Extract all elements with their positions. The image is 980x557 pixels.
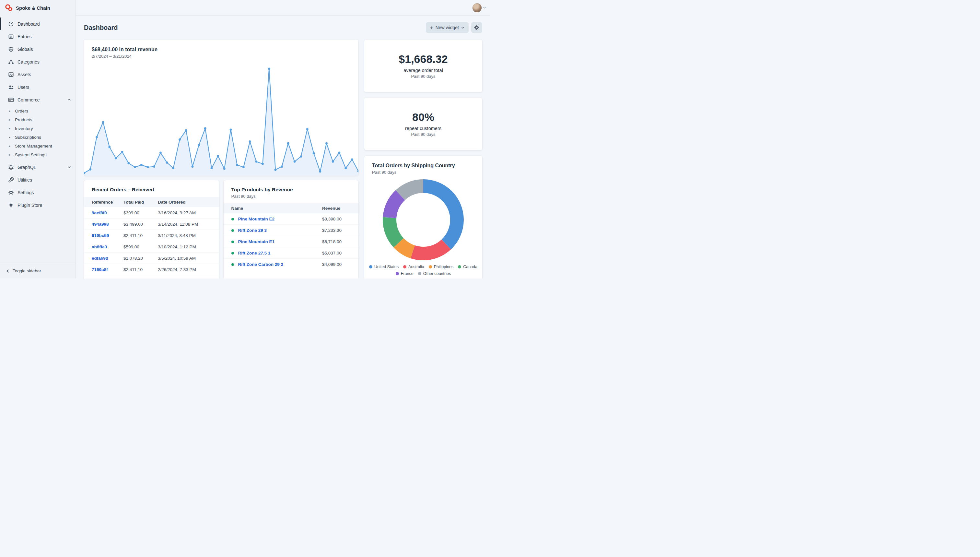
product-link[interactable]: Rift Zone Carbon 29 2 xyxy=(238,262,284,267)
order-reference-link[interactable]: ab8ffe3 xyxy=(92,244,107,249)
status-dot-icon xyxy=(231,218,234,220)
sidebar-item-plugin-store[interactable]: Plugin Store xyxy=(0,199,75,212)
status-dot-icon xyxy=(231,263,234,266)
shipping-country-title: Total Orders by Shipping Country xyxy=(371,163,476,169)
gauge-icon xyxy=(8,21,14,27)
order-reference-link[interactable]: 7169a8f xyxy=(92,267,108,272)
product-revenue: $7,233.30 xyxy=(319,225,358,236)
top-products-subtitle: Past 90 days xyxy=(224,194,359,199)
order-reference-link[interactable]: 9aef8f0 xyxy=(92,210,107,215)
order-date: 2/26/2024, 7:33 PM xyxy=(154,264,219,275)
account-menu[interactable] xyxy=(473,3,486,12)
sidebar-item-products[interactable]: Products xyxy=(0,116,75,124)
legend-row: United StatesAustraliaPhilippinesCanada xyxy=(369,265,477,269)
product-link[interactable]: Pine Mountain E2 xyxy=(238,217,275,221)
product-revenue: $5,037.00 xyxy=(319,248,358,259)
legend-dot-icon xyxy=(429,265,432,269)
sidebar-item-commerce[interactable]: Commerce xyxy=(0,93,75,106)
recent-orders-table: Reference Total Paid Date Ordered 9aef8f… xyxy=(84,197,219,278)
plus-icon: + xyxy=(430,25,433,31)
revenue-total: $68,401.00 in total revenue xyxy=(92,47,351,52)
legend-dot-icon xyxy=(418,272,421,275)
new-widget-button[interactable]: + New widget xyxy=(426,22,469,33)
top-products-widget: Top Products by Revenue Past 90 days Nam… xyxy=(224,180,359,278)
product-revenue: $8,398.00 xyxy=(319,213,358,225)
sidebar-item-graphql[interactable]: GraphQL xyxy=(0,161,75,173)
bullet-icon xyxy=(9,119,10,121)
chevron-down-icon xyxy=(67,166,71,168)
sidebar-item-label: Dashboard xyxy=(18,21,71,26)
table-header-row: Name Revenue xyxy=(224,203,359,213)
sidebar-item-subscriptions[interactable]: Subscriptions xyxy=(0,133,75,142)
app-window: Spoke & Chain Dashboard Entries Globals … xyxy=(0,0,490,278)
sidebar-item-dashboard[interactable]: Dashboard xyxy=(0,18,75,30)
column-header-reference: Reference xyxy=(84,197,120,207)
plug-icon xyxy=(8,202,14,208)
sidebar-item-label: GraphQL xyxy=(18,165,64,170)
sidebar-item-label: Subscriptions xyxy=(15,135,41,140)
sidebar-item-categories[interactable]: Categories xyxy=(0,55,75,68)
legend-item: Canada xyxy=(458,265,477,269)
brand-name: Spoke & Chain xyxy=(16,5,50,11)
order-reference-link[interactable]: 494a998 xyxy=(92,222,109,226)
product-link[interactable]: Rift Zone 29 3 xyxy=(238,228,267,233)
legend-dot-icon xyxy=(396,272,399,275)
product-link[interactable]: Rift Zone 27.5 1 xyxy=(238,251,271,256)
sidebar-item-globals[interactable]: Globals xyxy=(0,43,75,55)
repeat-customers-value: 80% xyxy=(371,111,476,124)
dashboard-content: Dashboard + New widget xyxy=(76,16,490,278)
product-row: Rift Zone 27.5 1$5,037.00 xyxy=(224,248,359,259)
toggle-sidebar-label: Toggle sidebar xyxy=(13,269,41,273)
sidebar-item-orders[interactable]: Orders xyxy=(0,107,75,116)
sidebar-item-label: Products xyxy=(15,117,32,122)
product-link[interactable]: Pine Mountain E1 xyxy=(238,239,275,244)
sidebar-item-label: Assets xyxy=(18,72,71,77)
sidebar-item-label: Commerce xyxy=(18,97,64,103)
bullet-icon xyxy=(9,146,10,147)
shipping-country-donut-chart xyxy=(383,179,464,261)
sidebar-item-inventory[interactable]: Inventory xyxy=(0,124,75,133)
dashboard-settings-button[interactable] xyxy=(471,22,482,33)
bullet-icon xyxy=(9,154,10,156)
entries-icon xyxy=(8,34,14,39)
sidebar-item-label: Globals xyxy=(18,47,71,52)
main-area: Dashboard + New widget xyxy=(76,0,490,278)
gear-icon xyxy=(474,24,479,31)
legend-item: France xyxy=(396,271,413,276)
sidebar-item-utilities[interactable]: Utilities xyxy=(0,173,75,186)
new-widget-label: New widget xyxy=(436,25,459,30)
column-header-revenue: Revenue xyxy=(319,203,358,213)
sidebar-item-assets[interactable]: Assets xyxy=(0,68,75,81)
legend-item: United States xyxy=(369,265,398,269)
graphql-icon xyxy=(8,164,14,170)
chevron-up-icon xyxy=(67,99,71,101)
recent-orders-title: Recent Orders – Received xyxy=(84,187,219,192)
order-reference-link[interactable]: 23e4382 xyxy=(92,278,109,279)
product-row: Rift Zone 29 3$7,233.30 xyxy=(224,225,359,236)
order-total-paid: $2,411.10 xyxy=(120,230,154,241)
sidebar-item-system-settings[interactable]: System Settings xyxy=(0,150,75,159)
order-reference-link[interactable]: 619bc59 xyxy=(92,233,109,238)
recent-orders-widget: Recent Orders – Received Reference Total… xyxy=(84,180,219,278)
order-total-paid: $3,499.00 xyxy=(120,218,154,230)
table-header-row: Reference Total Paid Date Ordered xyxy=(84,197,219,207)
legend-item: Other countries xyxy=(418,271,451,276)
sidebar-item-label: Categories xyxy=(18,59,71,65)
sidebar-item-label: System Settings xyxy=(15,152,47,157)
sidebar-item-settings[interactable]: Settings xyxy=(0,186,75,199)
bullet-icon xyxy=(9,137,10,138)
chevron-down-icon xyxy=(461,26,465,29)
sidebar-item-store-management[interactable]: Store Management xyxy=(0,142,75,150)
order-reference-link[interactable]: edfa69d xyxy=(92,256,108,261)
sidebar-item-entries[interactable]: Entries xyxy=(0,30,75,43)
sidebar-item-users[interactable]: Users xyxy=(0,81,75,93)
top-products-table: Name Revenue Pine Mountain E2$8,398.00Ri… xyxy=(224,203,359,270)
order-total-paid: $399.00 xyxy=(120,207,154,218)
top-products-title: Top Products by Revenue xyxy=(224,187,359,192)
brand-home-link[interactable]: Spoke & Chain xyxy=(0,0,75,16)
sidebar-item-label: Store Management xyxy=(15,143,52,148)
order-date: 3/10/2024, 1:12 PM xyxy=(154,241,219,252)
status-dot-icon xyxy=(231,252,234,254)
order-date: 3/14/2024, 11:08 PM xyxy=(154,218,219,230)
toggle-sidebar-button[interactable]: Toggle sidebar xyxy=(0,263,75,278)
